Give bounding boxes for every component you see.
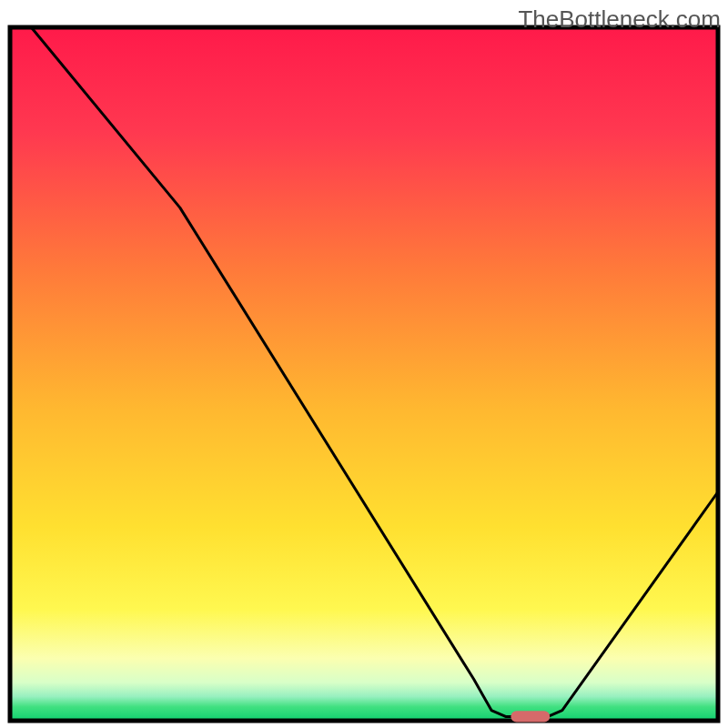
bottleneck-chart — [0, 0, 728, 728]
chart-container: TheBottleneck.com — [0, 0, 728, 728]
minimum-marker — [511, 711, 550, 722]
watermark-text: TheBottleneck.com — [518, 5, 721, 34]
